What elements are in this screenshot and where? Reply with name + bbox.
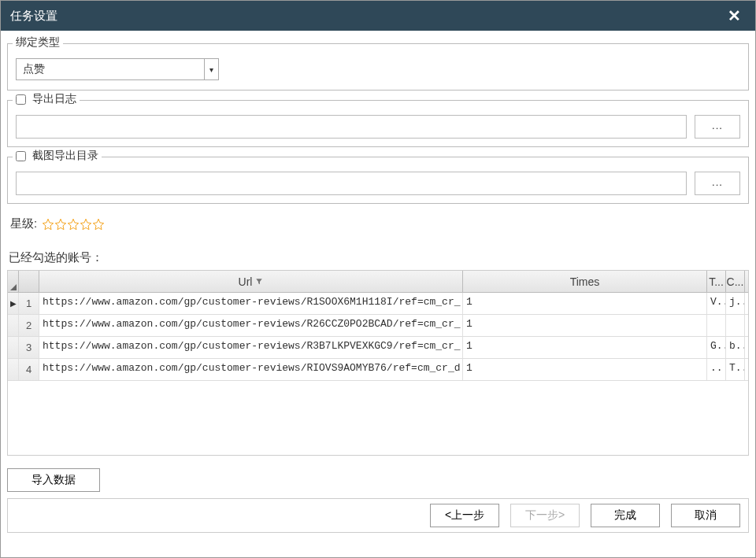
star-icon[interactable] xyxy=(42,218,54,231)
grid-rownum-header xyxy=(19,271,39,292)
cell-t[interactable]: .. xyxy=(707,359,726,380)
content-area: 绑定类型 点赞 ▾ 导出日志 ... 截图导出目录 ... xyxy=(1,31,755,557)
table-row[interactable]: 4 https://www.amazon.com/gp/customer-rev… xyxy=(8,359,748,381)
row-number: 2 xyxy=(19,315,39,336)
cell-c[interactable]: j.. xyxy=(726,293,745,314)
window-title: 任务设置 xyxy=(10,9,57,24)
import-footer: 导入数据 xyxy=(7,468,749,492)
screenshot-dir-label: 截图导出目录 xyxy=(32,149,98,161)
row-number: 4 xyxy=(19,359,39,380)
cell-times[interactable]: 1 xyxy=(463,359,707,380)
table-row[interactable]: 3 https://www.amazon.com/gp/customer-rev… xyxy=(8,337,748,359)
grid-header: Url Times T... C... xyxy=(8,271,748,293)
row-number: 1 xyxy=(19,293,39,314)
import-data-button[interactable]: 导入数据 xyxy=(7,468,100,492)
export-log-path-input[interactable] xyxy=(16,115,687,139)
account-section-label: 已经勾选的账号： xyxy=(9,250,749,265)
grid-body[interactable]: ▶ 1 https://www.amazon.com/gp/customer-r… xyxy=(8,293,748,455)
cell-t[interactable] xyxy=(707,315,726,336)
row-indicator xyxy=(8,337,19,358)
export-log-fieldset: 导出日志 ... xyxy=(7,100,749,147)
cell-url[interactable]: https://www.amazon.com/gp/customer-revie… xyxy=(39,359,463,380)
bind-type-selected: 点赞 xyxy=(17,59,204,79)
export-log-browse-button[interactable]: ... xyxy=(695,115,740,139)
finish-button[interactable]: 完成 xyxy=(591,504,660,527)
grid-header-t[interactable]: T... xyxy=(707,271,726,292)
rating-stars[interactable] xyxy=(42,218,105,231)
grid-header-url[interactable]: Url xyxy=(39,271,463,292)
screenshot-dir-legend: 截图导出目录 xyxy=(13,149,102,163)
star-icon[interactable] xyxy=(92,218,105,231)
cancel-button[interactable]: 取消 xyxy=(671,504,740,527)
row-indicator: ▶ xyxy=(8,293,19,314)
cell-url[interactable]: https://www.amazon.com/gp/customer-revie… xyxy=(39,337,463,358)
grid-header-c[interactable]: C... xyxy=(726,271,745,292)
star-icon[interactable] xyxy=(80,218,92,231)
row-number: 3 xyxy=(19,337,39,358)
cell-c[interactable] xyxy=(726,315,745,336)
cell-url[interactable]: https://www.amazon.com/gp/customer-revie… xyxy=(39,293,463,314)
wizard-footer: <上一步 下一步> 完成 取消 xyxy=(7,498,749,533)
title-bar: 任务设置 ✕ xyxy=(1,1,755,31)
row-indicator xyxy=(8,315,19,336)
cell-t[interactable]: V.. xyxy=(707,293,726,314)
cell-url[interactable]: https://www.amazon.com/gp/customer-revie… xyxy=(39,315,463,336)
chevron-down-icon[interactable]: ▾ xyxy=(204,59,218,79)
next-button: 下一步> xyxy=(510,504,580,527)
cell-c[interactable]: T.. xyxy=(726,359,745,380)
cell-times[interactable]: 1 xyxy=(463,337,707,358)
export-log-checkbox[interactable] xyxy=(16,94,26,105)
filter-icon xyxy=(255,278,263,286)
bind-type-select[interactable]: 点赞 ▾ xyxy=(16,58,219,80)
export-log-legend: 导出日志 xyxy=(13,92,80,106)
screenshot-dir-checkbox[interactable] xyxy=(16,151,26,161)
rating-row: 星级: xyxy=(10,216,749,231)
screenshot-dir-browse-button[interactable]: ... xyxy=(695,172,740,195)
cell-times[interactable]: 1 xyxy=(463,293,707,314)
cell-t[interactable]: G.. xyxy=(707,337,726,358)
bind-type-fieldset: 绑定类型 点赞 ▾ xyxy=(7,43,749,91)
cell-times[interactable]: 1 xyxy=(463,315,707,336)
star-icon[interactable] xyxy=(54,218,67,231)
rating-label: 星级: xyxy=(10,216,37,231)
row-indicator xyxy=(8,359,19,380)
account-grid: Url Times T... C... ▶ 1 https://www.amaz… xyxy=(7,270,749,456)
cell-c[interactable]: b.. xyxy=(726,337,745,358)
task-settings-window: 任务设置 ✕ 绑定类型 点赞 ▾ 导出日志 ... 截图导出目录 xyxy=(0,0,756,558)
table-row[interactable]: 2 https://www.amazon.com/gp/customer-rev… xyxy=(8,315,748,337)
screenshot-dir-path-input[interactable] xyxy=(16,172,687,195)
grid-corner xyxy=(8,271,19,292)
export-log-label: 导出日志 xyxy=(32,92,76,105)
close-icon[interactable]: ✕ xyxy=(723,6,746,25)
current-row-icon: ▶ xyxy=(10,299,17,308)
grid-header-times[interactable]: Times xyxy=(463,271,707,292)
star-icon[interactable] xyxy=(67,218,80,231)
bind-type-legend: 绑定类型 xyxy=(13,35,63,50)
screenshot-dir-fieldset: 截图导出目录 ... xyxy=(7,157,749,204)
table-row[interactable]: ▶ 1 https://www.amazon.com/gp/customer-r… xyxy=(8,293,748,315)
prev-button[interactable]: <上一步 xyxy=(430,504,499,527)
